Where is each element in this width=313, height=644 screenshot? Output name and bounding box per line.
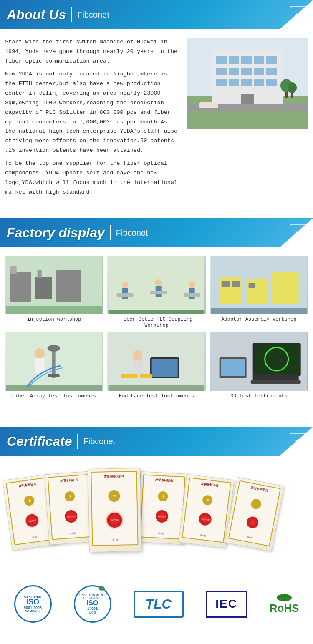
cert-seal-4: 知识产权局	[156, 510, 169, 523]
svg-rect-18	[266, 79, 277, 86]
svg-rect-69	[254, 344, 299, 374]
iso14-leaf	[98, 585, 105, 592]
cert-title-heading: Certificate	[7, 434, 72, 449]
photo-box-fiber-array	[5, 332, 103, 391]
svg-rect-51	[248, 283, 255, 288]
rohs-leaf-icon	[276, 594, 293, 602]
about-text-block: Start with the first switch machine of H…	[5, 38, 180, 197]
svg-rect-66	[140, 374, 152, 378]
svg-rect-65	[121, 374, 138, 378]
cert-bottom-1: 中·南	[32, 535, 38, 540]
factory-header: Factory display Fibconet	[0, 218, 313, 247]
iso14001-badge: ENVIRONMENT ASSURANCE ISO 14001 UCS	[74, 585, 111, 623]
cert-card-6: 发明专利证书 中·南	[225, 477, 284, 551]
about-paragraph-3: To be the top one supplier for the fiber…	[5, 159, 180, 197]
svg-rect-58	[48, 374, 60, 377]
3d-test-image	[210, 332, 308, 391]
photo-box-end-face	[107, 332, 205, 391]
photo-item-plc: Fiber Optic PLC Coupling Workshop	[107, 256, 205, 328]
factory-collapse-button[interactable]	[290, 224, 306, 241]
svg-rect-29	[56, 270, 81, 302]
cert-logo-5: 专	[202, 494, 213, 506]
svg-rect-64	[152, 359, 178, 377]
cert-card-6-title: 发明专利证书	[250, 486, 268, 493]
cert-card-4-title: 发明专利证书	[155, 478, 173, 483]
cert-cards-container: 发明专利证书 专 知识产权局 中·南 发明专利证书 专 知识产权局 中·南	[5, 464, 308, 573]
svg-rect-73	[250, 380, 300, 384]
certificate-section: Certificate Fibconet 发明专利证书 专 知识产权局 中·南	[0, 427, 313, 639]
cert-card-3-title: 发明专利证书	[104, 475, 124, 480]
header-divider	[71, 7, 72, 22]
factory-display-section: Factory display Fibconet	[0, 218, 313, 418]
photo-box-plc	[107, 256, 205, 314]
svg-rect-62	[133, 360, 143, 375]
svg-rect-76	[221, 359, 245, 376]
iso14-text: ISO	[87, 599, 98, 607]
photo-item-injection: injection workshop	[5, 256, 103, 328]
iec-text: IEC	[215, 597, 237, 611]
about-title: About Us	[7, 7, 66, 23]
chevron-down-icon	[294, 10, 302, 19]
cert-card-2-title: 发明专利证书	[60, 478, 78, 483]
cert-card-1-title: 发明专利证书	[18, 481, 36, 488]
about-paragraph-2: Now YUDA is not only located in Ningbo ,…	[5, 70, 180, 156]
photo-caption-adaptor: Adaptor Assembly Workshop	[221, 317, 296, 322]
cert-logos-row: CERTIFIED ISO 9001:2008 COMPANY ENVIRONM…	[5, 581, 308, 627]
svg-rect-30	[6, 306, 102, 314]
svg-rect-7	[254, 56, 264, 64]
about-text-image-row: Start with the first switch machine of H…	[5, 38, 308, 197]
iso9001-badge: CERTIFIED ISO 9001:2008 COMPANY	[14, 585, 52, 623]
svg-rect-8	[266, 56, 277, 64]
cert-bottom-5: 中·南	[200, 533, 207, 538]
cert-collapse-button[interactable]	[290, 433, 306, 450]
iso-text: ISO	[26, 598, 39, 606]
cert-card-3: 发明专利证书 专 知识产权局 中·南	[88, 468, 141, 552]
svg-rect-15	[229, 79, 239, 86]
svg-point-38	[155, 279, 162, 286]
svg-rect-19	[241, 94, 254, 104]
svg-point-35	[122, 282, 129, 288]
svg-rect-34	[109, 310, 204, 314]
cert-header: Certificate Fibconet	[0, 427, 313, 456]
iso9001-number: 9001:2008	[24, 606, 42, 610]
svg-rect-12	[254, 68, 264, 75]
cert-bottom-3: 中·南	[112, 538, 119, 542]
photo-box-adaptor	[210, 256, 308, 314]
fiber-array-image	[5, 332, 103, 391]
svg-rect-11	[241, 68, 252, 75]
plc-workshop-image	[107, 256, 205, 314]
about-content-area: Start with the first switch machine of H…	[0, 29, 313, 210]
svg-rect-74	[252, 374, 298, 380]
svg-rect-9	[216, 68, 227, 75]
photo-item-adaptor: Adaptor Assembly Workshop	[210, 256, 308, 328]
about-collapse-button[interactable]	[290, 6, 306, 23]
svg-rect-21	[199, 102, 218, 108]
svg-rect-40	[150, 291, 167, 294]
factory-subtitle: Fibconet	[116, 228, 148, 238]
cert-card-5-title: 发明专利证书	[201, 482, 219, 488]
cert-logo-2: 专	[65, 491, 76, 502]
svg-rect-32	[38, 270, 42, 278]
svg-point-61	[133, 350, 143, 360]
svg-rect-6	[241, 56, 252, 64]
tlc-badge: TLC	[134, 591, 184, 618]
svg-rect-53	[6, 385, 102, 391]
photo-caption-injection: injection workshop	[27, 317, 81, 322]
cert-subtitle: Fibconet	[83, 437, 116, 446]
chevron-down-icon	[294, 437, 302, 445]
svg-rect-10	[229, 68, 239, 75]
svg-rect-47	[246, 279, 267, 304]
cert-bottom-6: 中·南	[247, 536, 253, 540]
svg-rect-27	[10, 272, 31, 302]
iso-company-text: COMPANY	[25, 610, 41, 613]
factory-content-area: injection workshop	[0, 247, 313, 418]
photo-caption-end-face: End Face Test Instruments	[119, 393, 194, 399]
photo-caption-plc: Fiber Optic PLC Coupling Workshop	[107, 317, 205, 328]
svg-rect-17	[254, 79, 264, 86]
svg-rect-45	[211, 308, 307, 314]
svg-rect-14	[216, 79, 227, 86]
svg-point-54	[35, 348, 45, 358]
cert-logo-3: 专	[109, 490, 120, 502]
iso14001-number: 14001	[87, 606, 98, 611]
iec-badge: IEC	[206, 591, 247, 618]
